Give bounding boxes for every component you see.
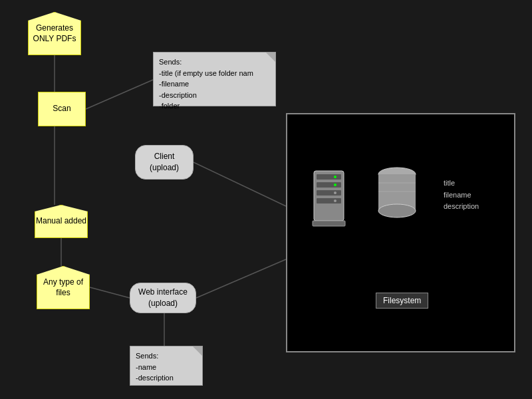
- web-interface-node: Web interface(upload): [130, 283, 196, 313]
- server-box: title filename description Filesystem: [286, 113, 515, 352]
- svg-line-1: [86, 80, 153, 109]
- client-upload-node: Client(upload): [135, 145, 194, 180]
- svg-point-17: [334, 200, 336, 202]
- database-icon: [374, 164, 420, 227]
- manual-added-node: Manual added: [35, 205, 88, 238]
- svg-rect-11: [317, 182, 341, 188]
- svg-rect-10: [317, 174, 341, 180]
- svg-line-2: [194, 162, 286, 206]
- svg-point-21: [378, 204, 416, 217]
- server-icon: [307, 168, 350, 227]
- svg-line-5: [196, 259, 286, 298]
- svg-point-15: [334, 184, 336, 186]
- svg-point-16: [334, 192, 336, 194]
- scan-node: Scan: [38, 92, 86, 126]
- svg-line-4: [90, 287, 130, 298]
- svg-rect-18: [313, 221, 345, 226]
- generates-pdfs-node: Generates ONLY PDFs: [28, 12, 81, 55]
- any-type-files-node: Any type of files: [37, 266, 90, 309]
- server-metadata-text: title filename description: [444, 178, 479, 213]
- sends-bottom-note: Sends: -name -description: [130, 346, 203, 386]
- diagram-container: Generates ONLY PDFs Scan Manual added An…: [0, 0, 532, 399]
- svg-rect-12: [317, 190, 341, 196]
- sends-top-note: Sends: -title (if empty use folder nam -…: [153, 52, 276, 106]
- svg-point-14: [334, 176, 336, 178]
- filesystem-label: Filesystem: [376, 293, 428, 309]
- svg-rect-13: [317, 198, 341, 203]
